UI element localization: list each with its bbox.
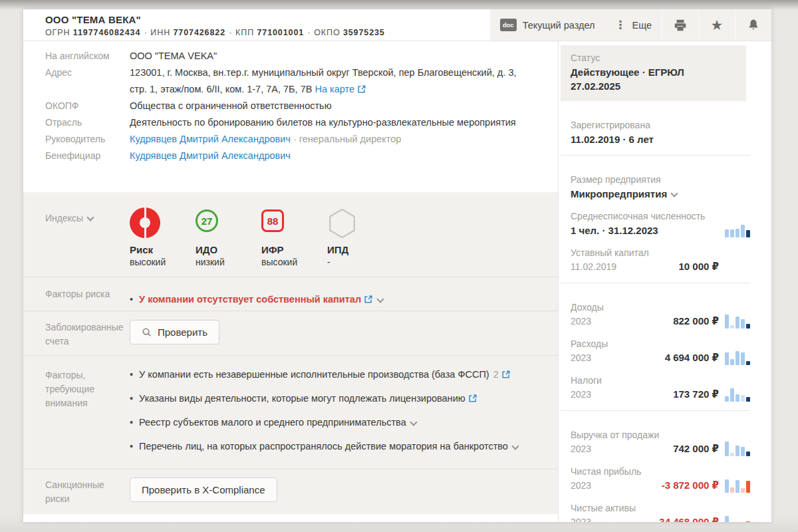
fssp-count: 2 <box>493 369 499 380</box>
chevron-down-icon[interactable] <box>376 295 384 303</box>
current-section-button[interactable]: doc Текущий раздел <box>490 9 605 41</box>
sanction-risks-label: Санкционные риски <box>45 469 130 514</box>
field-value: 123001, г. Москва, вн.тер.г. муниципальн… <box>130 65 531 98</box>
check-blocked-accounts-button[interactable]: Проверить <box>130 320 219 344</box>
hexagon-icon <box>327 207 357 239</box>
chevron-down-icon[interactable] <box>511 442 519 450</box>
external-link-icon[interactable] <box>468 394 477 403</box>
favorite-button[interactable] <box>699 9 735 41</box>
attention-item-moratorium[interactable]: Перечень лиц, на которых распространялос… <box>130 441 531 452</box>
risk-factors-label: Факторы риска <box>45 277 130 311</box>
headcount-sparkline[interactable] <box>725 223 750 237</box>
badge-risk[interactable]: Риск высокий <box>130 207 184 277</box>
detail-row-ceo: Руководитель Кудрявцев Дмитрий Александр… <box>45 131 531 148</box>
notifications-button[interactable] <box>735 9 771 41</box>
bell-icon <box>747 18 760 32</box>
blocked-accounts-section: Заблокированные счета Проверить <box>23 311 558 355</box>
stat-taxes: Налоги 2023 173 720 ₽ <box>561 374 750 402</box>
stat-revenue: Выручка от продажи 2023 742 000 ₽ <box>561 428 750 456</box>
company-name: ООО "ТЕМА ВЕКА" <box>45 14 490 25</box>
okpo: ОКПО 35975235 <box>314 28 385 37</box>
capital-date: 11.02.2019 <box>571 261 616 272</box>
stat-net-profit: Чистая прибыль 2023 -3 872 000 ₽ <box>561 465 750 493</box>
stat-net-assets: Чистые активы 2023 -34 468 000 ₽ <box>561 501 750 522</box>
field-value: Кудрявцев Дмитрий Александровичгенеральн… <box>130 131 531 148</box>
field-value: Деятельность по бронированию билетов на … <box>130 114 531 131</box>
inn: ИНН 7707426822 <box>150 28 235 37</box>
chevron-down-icon[interactable] <box>410 418 417 426</box>
ifr-score-icon: 88 <box>261 209 284 232</box>
badge-ido[interactable]: 27 ИДО низкий <box>196 207 250 277</box>
external-link-icon[interactable] <box>364 295 373 304</box>
field-label: Отрасль <box>45 114 130 131</box>
stat-sparkline[interactable] <box>725 350 750 365</box>
sidebar-divider <box>561 155 750 156</box>
stat-value: -34 468 000 ₽ <box>591 516 719 522</box>
headcount-block: Среднесписочная численность 1 чел. · 31.… <box>561 209 750 237</box>
indexes-section: Индексы Риск высокий 27 ИДО низкий <box>23 192 558 277</box>
spark-spacer <box>725 259 750 274</box>
field-label: Адрес <box>45 65 130 98</box>
field-label: Бенефициар <box>45 148 130 164</box>
blocked-accounts-label: Заблокированные счета <box>45 311 130 355</box>
stat-sparkline[interactable] <box>725 442 750 456</box>
sanction-risks-section: Санкционные риски Проверить в X-Complian… <box>23 469 558 514</box>
stat-value: 173 720 ₽ <box>591 388 719 400</box>
main-column: На английском ООО "ТЕМА VEKA" Адрес 1230… <box>23 41 558 522</box>
indexes-label: Индексы <box>45 192 130 277</box>
ogrn: ОГРН 1197746082434 <box>45 28 150 37</box>
toolbar: doc Текущий раздел Еще <box>490 9 771 41</box>
field-value: Общества с ограниченной ответственностью <box>130 98 531 114</box>
star-icon <box>711 18 724 33</box>
stat-sparkline[interactable] <box>725 515 750 522</box>
chevron-down-icon[interactable] <box>86 213 94 221</box>
map-link[interactable]: На карте <box>315 84 354 94</box>
stat-value: 742 000 ₽ <box>591 443 719 455</box>
external-link-icon[interactable] <box>357 84 366 94</box>
stat-sparkline[interactable] <box>725 314 750 329</box>
attention-factors-label: Факторы, требующие внимания <box>45 356 130 469</box>
index-badges: Риск высокий 27 ИДО низкий 88 ИФР высоки… <box>130 192 531 277</box>
risk-factors-section: Факторы риска У компании отсутствует соб… <box>23 277 558 311</box>
sidebar-divider <box>561 410 750 411</box>
attention-item-licensing[interactable]: Указаны виды деятельности, которые могут… <box>130 393 531 404</box>
external-link-icon[interactable] <box>501 370 511 379</box>
chevron-down-icon[interactable] <box>670 190 678 197</box>
more-button[interactable]: Еще <box>604 9 662 41</box>
field-label: На английском <box>45 48 130 65</box>
ceo-position: генеральный директор <box>291 134 402 144</box>
detail-row-okopf: ОКОПФ Общества с ограниченной ответствен… <box>45 98 531 114</box>
badge-ifr[interactable]: 88 ИФР высокий <box>261 207 316 277</box>
capital-block: Уставный капитал 11.02.2019 10 000 ₽ <box>561 246 750 274</box>
search-icon <box>142 327 152 337</box>
ceo-link[interactable]: Кудрявцев Дмитрий Александрович <box>130 134 291 144</box>
print-button[interactable] <box>662 9 698 41</box>
topbar: ООО "ТЕМА ВЕКА" ОГРН 1197746082434ИНН 77… <box>23 9 771 41</box>
risk-factor-text[interactable]: У компании отсутствует собственный капит… <box>139 294 361 305</box>
company-size-value: Микропредприятия <box>571 187 750 201</box>
check-xcompliance-button[interactable]: Проверить в X-Compliance <box>130 477 277 502</box>
company-profile-card: ООО "ТЕМА ВЕКА" ОГРН 1197746082434ИНН 77… <box>23 9 771 522</box>
detail-row-address: Адрес 123001, г. Москва, вн.тер.г. муниц… <box>45 65 531 98</box>
attention-item-fssp[interactable]: У компании есть незавершенные исполнител… <box>130 369 531 380</box>
attention-item-sme-registry[interactable]: Реестр субъектов малого и среднего предп… <box>130 417 531 428</box>
kpp: КПП 771001001 <box>235 28 314 37</box>
kebab-menu-icon <box>614 18 626 32</box>
sidebar: Статус Действующее · ЕГРЮЛ 27.02.2025 За… <box>558 41 771 522</box>
stat-value: 822 000 ₽ <box>591 315 719 327</box>
company-details: На английском ООО "ТЕМА VEKA" Адрес 1230… <box>23 41 558 178</box>
status-tile: Статус Действующее · ЕГРЮЛ 27.02.2025 <box>561 45 746 101</box>
attention-factors-section: Факторы, требующие внимания У компании е… <box>23 355 558 469</box>
badge-ipd[interactable]: ИПД - <box>327 207 382 277</box>
stat-expenses: Расходы 2023 4 694 000 ₽ <box>561 337 750 365</box>
more-label: Еще <box>632 20 652 31</box>
doc-icon: doc <box>500 19 517 31</box>
registered-value: 11.02.2019 · 6 лет <box>571 132 750 146</box>
stat-sparkline[interactable] <box>725 387 750 402</box>
field-value: ООО "ТЕМА VEKA" <box>130 48 531 65</box>
field-label: ОКОПФ <box>45 98 130 114</box>
beneficiary-link[interactable]: Кудрявцев Дмитрий Александрович <box>130 150 291 161</box>
stat-value: -3 872 000 ₽ <box>591 479 719 491</box>
capital-value: 10 000 ₽ <box>616 261 719 273</box>
stat-sparkline[interactable] <box>725 478 750 493</box>
